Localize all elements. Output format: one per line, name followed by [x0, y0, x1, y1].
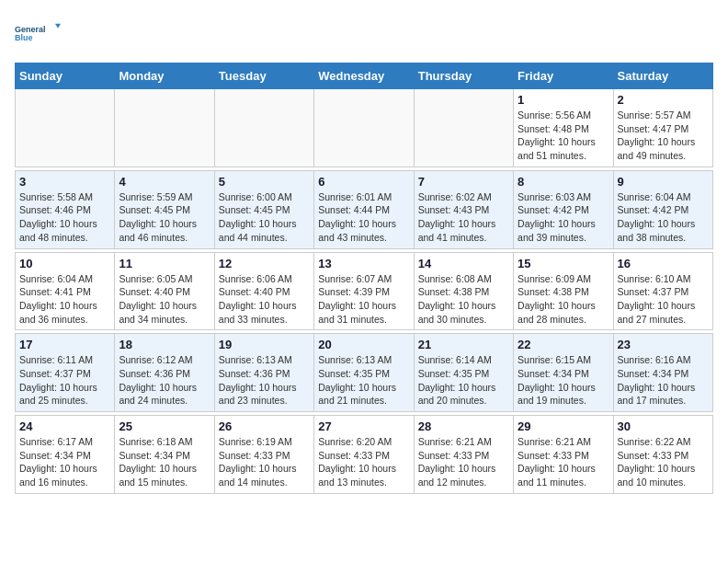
calendar-day-cell: 3Sunrise: 5:58 AM Sunset: 4:46 PM Daylig…	[16, 170, 115, 248]
calendar-day-cell: 13Sunrise: 6:07 AM Sunset: 4:39 PM Dayli…	[314, 252, 414, 330]
calendar-day-cell: 12Sunrise: 6:06 AM Sunset: 4:40 PM Dayli…	[214, 252, 313, 330]
calendar-day-cell: 11Sunrise: 6:05 AM Sunset: 4:40 PM Dayli…	[115, 252, 214, 330]
day-number: 23	[618, 338, 709, 351]
day-number: 6	[318, 175, 409, 189]
calendar-day-cell: 8Sunrise: 6:03 AM Sunset: 4:42 PM Daylig…	[514, 170, 613, 248]
day-number: 16	[618, 257, 709, 270]
logo: General Blue	[15, 15, 61, 52]
calendar-day-cell: 4Sunrise: 5:59 AM Sunset: 4:45 PM Daylig…	[115, 170, 214, 248]
calendar-day-cell: 29Sunrise: 6:21 AM Sunset: 4:33 PM Dayli…	[514, 416, 613, 494]
day-info: Sunrise: 6:04 AM Sunset: 4:42 PM Dayligh…	[618, 190, 709, 245]
day-number: 15	[518, 257, 609, 270]
day-info: Sunrise: 6:02 AM Sunset: 4:43 PM Dayligh…	[418, 190, 509, 245]
calendar-day-cell: 30Sunrise: 6:22 AM Sunset: 4:33 PM Dayli…	[613, 416, 712, 494]
day-info: Sunrise: 6:12 AM Sunset: 4:36 PM Dayligh…	[119, 353, 210, 408]
calendar-day-cell: 2Sunrise: 5:57 AM Sunset: 4:47 PM Daylig…	[613, 89, 712, 167]
day-number: 1	[518, 93, 609, 107]
day-info: Sunrise: 6:18 AM Sunset: 4:34 PM Dayligh…	[119, 435, 210, 489]
day-number: 10	[19, 257, 110, 270]
day-number: 2	[618, 93, 709, 107]
day-info: Sunrise: 6:21 AM Sunset: 4:33 PM Dayligh…	[518, 435, 609, 489]
weekday-header-thursday: Thursday	[414, 63, 513, 89]
day-number: 14	[418, 257, 509, 270]
day-number: 11	[119, 257, 210, 270]
day-number: 24	[19, 419, 110, 433]
day-info: Sunrise: 6:17 AM Sunset: 4:34 PM Dayligh…	[19, 435, 110, 489]
day-number: 9	[618, 175, 709, 189]
day-number: 18	[119, 338, 210, 351]
day-number: 8	[518, 175, 609, 189]
day-info: Sunrise: 6:11 AM Sunset: 4:37 PM Dayligh…	[19, 353, 110, 408]
day-number: 19	[219, 338, 310, 351]
calendar-week-row: 1Sunrise: 5:56 AM Sunset: 4:48 PM Daylig…	[16, 89, 713, 167]
day-info: Sunrise: 6:10 AM Sunset: 4:37 PM Dayligh…	[618, 272, 709, 327]
calendar-day-cell: 14Sunrise: 6:08 AM Sunset: 4:38 PM Dayli…	[414, 252, 513, 330]
calendar-day-cell: 26Sunrise: 6:19 AM Sunset: 4:33 PM Dayli…	[214, 416, 313, 494]
day-info: Sunrise: 6:05 AM Sunset: 4:40 PM Dayligh…	[119, 272, 210, 327]
calendar-empty-cell	[115, 89, 214, 167]
weekday-header-monday: Monday	[115, 63, 214, 89]
day-number: 13	[318, 257, 409, 270]
day-number: 7	[418, 175, 509, 189]
svg-marker-2	[55, 24, 61, 29]
day-info: Sunrise: 6:15 AM Sunset: 4:34 PM Dayligh…	[518, 353, 609, 408]
day-info: Sunrise: 6:19 AM Sunset: 4:33 PM Dayligh…	[219, 435, 310, 489]
weekday-header-tuesday: Tuesday	[214, 63, 313, 89]
calendar-day-cell: 1Sunrise: 5:56 AM Sunset: 4:48 PM Daylig…	[514, 89, 613, 167]
day-info: Sunrise: 6:13 AM Sunset: 4:36 PM Dayligh…	[219, 353, 310, 408]
calendar-table: SundayMondayTuesdayWednesdayThursdayFrid…	[15, 63, 713, 494]
day-number: 4	[119, 175, 210, 189]
calendar-header-row: SundayMondayTuesdayWednesdayThursdayFrid…	[16, 63, 713, 89]
day-number: 22	[518, 338, 609, 351]
day-info: Sunrise: 5:57 AM Sunset: 4:47 PM Dayligh…	[618, 109, 709, 163]
day-info: Sunrise: 6:07 AM Sunset: 4:39 PM Dayligh…	[318, 272, 409, 327]
day-info: Sunrise: 6:13 AM Sunset: 4:35 PM Dayligh…	[318, 353, 409, 408]
day-info: Sunrise: 6:00 AM Sunset: 4:45 PM Dayligh…	[219, 190, 310, 245]
calendar-day-cell: 17Sunrise: 6:11 AM Sunset: 4:37 PM Dayli…	[16, 334, 115, 412]
day-number: 5	[219, 175, 310, 189]
day-info: Sunrise: 6:06 AM Sunset: 4:40 PM Dayligh…	[219, 272, 310, 327]
calendar-day-cell: 23Sunrise: 6:16 AM Sunset: 4:34 PM Dayli…	[613, 334, 712, 412]
page-header: General Blue	[15, 15, 713, 52]
weekday-header-saturday: Saturday	[613, 63, 712, 89]
day-info: Sunrise: 5:59 AM Sunset: 4:45 PM Dayligh…	[119, 190, 210, 245]
calendar-day-cell: 15Sunrise: 6:09 AM Sunset: 4:38 PM Dayli…	[514, 252, 613, 330]
day-info: Sunrise: 6:08 AM Sunset: 4:38 PM Dayligh…	[418, 272, 509, 327]
day-info: Sunrise: 6:03 AM Sunset: 4:42 PM Dayligh…	[518, 190, 609, 245]
calendar-day-cell: 24Sunrise: 6:17 AM Sunset: 4:34 PM Dayli…	[16, 416, 115, 494]
calendar-day-cell: 21Sunrise: 6:14 AM Sunset: 4:35 PM Dayli…	[414, 334, 513, 412]
day-info: Sunrise: 6:22 AM Sunset: 4:33 PM Dayligh…	[618, 435, 709, 489]
day-info: Sunrise: 6:14 AM Sunset: 4:35 PM Dayligh…	[418, 353, 509, 408]
calendar-week-row: 10Sunrise: 6:04 AM Sunset: 4:41 PM Dayli…	[16, 252, 713, 330]
calendar-day-cell: 6Sunrise: 6:01 AM Sunset: 4:44 PM Daylig…	[314, 170, 414, 248]
svg-text:Blue: Blue	[15, 33, 33, 42]
day-number: 28	[418, 419, 509, 433]
day-info: Sunrise: 6:09 AM Sunset: 4:38 PM Dayligh…	[518, 272, 609, 327]
day-info: Sunrise: 6:04 AM Sunset: 4:41 PM Dayligh…	[19, 272, 110, 327]
day-number: 30	[618, 419, 709, 433]
day-number: 20	[318, 338, 409, 351]
day-number: 12	[219, 257, 310, 270]
day-info: Sunrise: 6:16 AM Sunset: 4:34 PM Dayligh…	[618, 353, 709, 408]
calendar-day-cell: 9Sunrise: 6:04 AM Sunset: 4:42 PM Daylig…	[613, 170, 712, 248]
calendar-day-cell: 5Sunrise: 6:00 AM Sunset: 4:45 PM Daylig…	[214, 170, 313, 248]
calendar-day-cell: 7Sunrise: 6:02 AM Sunset: 4:43 PM Daylig…	[414, 170, 513, 248]
calendar-day-cell: 28Sunrise: 6:21 AM Sunset: 4:33 PM Dayli…	[414, 416, 513, 494]
svg-text:General: General	[15, 25, 46, 34]
day-number: 25	[119, 419, 210, 433]
calendar-day-cell: 25Sunrise: 6:18 AM Sunset: 4:34 PM Dayli…	[115, 416, 214, 494]
calendar-day-cell: 20Sunrise: 6:13 AM Sunset: 4:35 PM Dayli…	[314, 334, 414, 412]
day-info: Sunrise: 6:21 AM Sunset: 4:33 PM Dayligh…	[418, 435, 509, 489]
calendar-day-cell: 19Sunrise: 6:13 AM Sunset: 4:36 PM Dayli…	[214, 334, 313, 412]
day-number: 27	[318, 419, 409, 433]
weekday-header-friday: Friday	[514, 63, 613, 89]
day-number: 29	[518, 419, 609, 433]
calendar-empty-cell	[314, 89, 414, 167]
weekday-header-wednesday: Wednesday	[314, 63, 414, 89]
calendar-day-cell: 16Sunrise: 6:10 AM Sunset: 4:37 PM Dayli…	[613, 252, 712, 330]
day-info: Sunrise: 6:20 AM Sunset: 4:33 PM Dayligh…	[318, 435, 409, 489]
calendar-day-cell: 27Sunrise: 6:20 AM Sunset: 4:33 PM Dayli…	[314, 416, 414, 494]
weekday-header-sunday: Sunday	[16, 63, 115, 89]
day-number: 3	[19, 175, 110, 189]
day-number: 26	[219, 419, 310, 433]
